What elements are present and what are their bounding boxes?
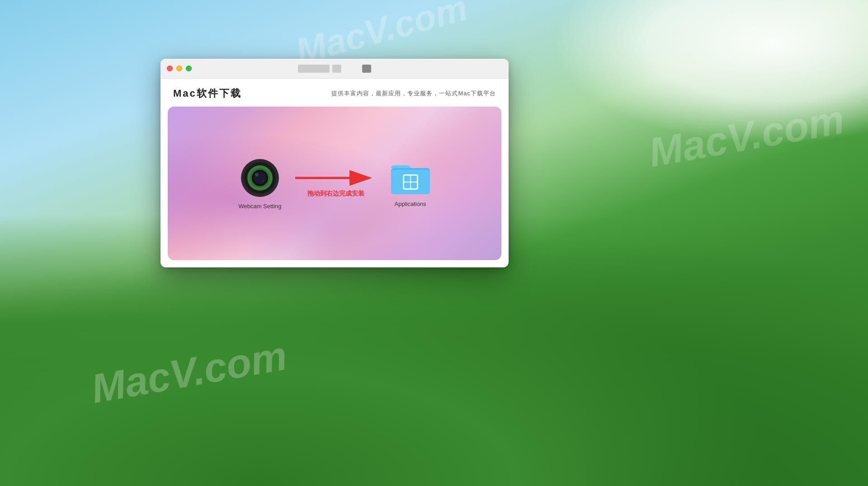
window-header: Mac软件下载 提供丰富内容，最新应用，专业服务，一站式Mac下载平台 — [160, 79, 509, 107]
drag-arrow-icon — [291, 169, 381, 187]
title-segment-3 — [362, 65, 371, 73]
minimize-button[interactable] — [176, 65, 182, 71]
drag-instruction-text: 拖动到右边完成安装 — [307, 190, 364, 198]
traffic-lights — [167, 65, 192, 71]
applications-wrapper: Applications — [390, 160, 431, 207]
cloud-decoration — [552, 0, 868, 145]
mac-window: Mac软件下载 提供丰富内容，最新应用，专业服务，一站式Mac下载平台 — [160, 59, 509, 267]
title-segment-2 — [332, 65, 341, 73]
maximize-button[interactable] — [186, 65, 192, 71]
app-name-label: Webcam Setting — [238, 203, 281, 210]
install-content: Webcam Setting 拖动到右边完成安装 — [168, 107, 501, 260]
applications-folder-icon — [390, 160, 431, 196]
svg-rect-14 — [411, 176, 417, 182]
window-title: Mac软件下载 — [173, 87, 242, 100]
close-button[interactable] — [167, 65, 173, 71]
install-area: Webcam Setting 拖动到右边完成安装 — [168, 107, 501, 260]
svg-rect-13 — [404, 176, 410, 182]
applications-label: Applications — [395, 201, 426, 207]
title-bar — [160, 59, 509, 79]
svg-point-7 — [262, 180, 264, 182]
svg-point-6 — [255, 173, 259, 177]
svg-rect-16 — [411, 182, 417, 188]
arrow-area: 拖动到右边完成安装 — [291, 169, 381, 198]
app-icon-wrapper: Webcam Setting — [238, 158, 281, 210]
webcam-icon — [240, 158, 280, 198]
svg-rect-15 — [404, 182, 410, 188]
title-bar-center — [298, 65, 371, 73]
window-subtitle: 提供丰富内容，最新应用，专业服务，一站式Mac下载平台 — [331, 89, 496, 98]
title-segment-1 — [298, 65, 330, 73]
